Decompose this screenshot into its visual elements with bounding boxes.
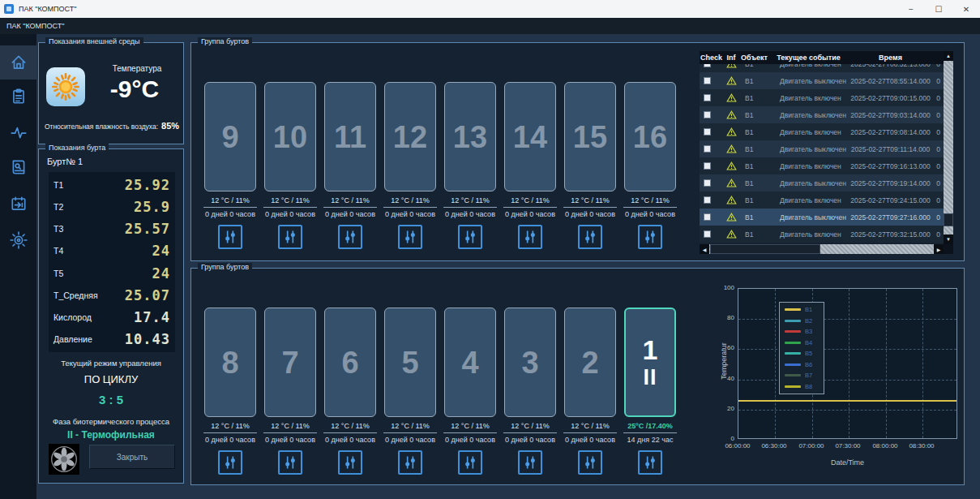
pile-card-body[interactable]: 3 — [504, 308, 556, 417]
pile-card-12: 12 12 °C / 11% 0 дней 0 часов — [383, 82, 437, 249]
card-sliders-button[interactable] — [518, 450, 542, 475]
event-row-selected[interactable]: B1Двигатель выключен2025-02-27T09:27:16.… — [700, 209, 944, 226]
pile-card-9: 9 12 °C / 11% 0 дней 0 часов — [203, 82, 257, 249]
row-checkbox[interactable] — [704, 145, 711, 153]
row-checkbox[interactable] — [704, 179, 711, 187]
event-row[interactable]: B1Двигатель включен2025-02-27T09:24:15.0… — [700, 191, 944, 209]
pile-card-body[interactable]: 5 — [384, 308, 436, 417]
event-row[interactable]: B1Двигатель включен2025-02-27T09:16:13.0… — [700, 157, 944, 174]
pile-card-body[interactable]: 11 — [324, 82, 376, 191]
reading-label: Т_Средняя — [53, 290, 98, 300]
warning-icon — [723, 93, 739, 102]
pile-card-body[interactable]: 16 — [624, 82, 676, 191]
main-content: Показания внешней среды Температура -9°C… — [36, 34, 980, 499]
event-row[interactable]: B1Двигатель включен2025-02-27T09:32:15.0… — [700, 226, 944, 243]
card-sliders-button[interactable] — [518, 225, 542, 249]
pile-card-body[interactable]: 4 — [444, 308, 496, 417]
mode-label: Текущий режим управления — [39, 359, 183, 368]
row-checkbox[interactable] — [704, 128, 711, 136]
horizontal-scroll-thumb[interactable] — [710, 244, 820, 254]
card-sliders-button[interactable] — [638, 450, 662, 475]
card-sliders-button[interactable] — [218, 225, 242, 249]
pile-card-body[interactable]: 2 — [564, 308, 616, 417]
pile-panel: Показания бурта Бурт№ 1 Т125.92 Т225.9 Т… — [38, 148, 184, 484]
sidebar-item-home[interactable] — [0, 45, 36, 80]
reading-value: 25.07 — [125, 287, 170, 303]
card-sliders-button[interactable] — [578, 450, 602, 475]
y-tick: 40 — [710, 375, 734, 382]
reading-label: Т1 — [53, 180, 63, 190]
card-duration: 0 дней 0 часов — [323, 436, 377, 444]
scroll-up-button[interactable]: ▲ — [944, 51, 953, 61]
event-row[interactable]: B1Двигатель включен2025-02-27T09:08:14.0… — [700, 123, 944, 140]
card-sliders-button[interactable] — [218, 450, 242, 475]
pile-card-body[interactable]: 7 — [264, 308, 316, 417]
card-sliders-button[interactable] — [338, 225, 362, 249]
row-checkbox[interactable] — [704, 77, 711, 84]
sidebar-item-settings[interactable] — [0, 223, 36, 257]
warning-icon — [723, 196, 739, 204]
pile-card-body-selected[interactable]: 1 II — [624, 308, 676, 417]
row-checkbox[interactable] — [704, 162, 711, 170]
x-tick: 08:30:00 — [902, 442, 941, 450]
sidebar-item-report[interactable] — [0, 80, 36, 114]
scroll-down-button[interactable]: ▼ — [944, 234, 953, 244]
y-tick: 0 — [710, 435, 734, 442]
reading-value: 24 — [152, 243, 170, 259]
warning-icon — [723, 76, 739, 85]
card-sliders-button[interactable] — [398, 225, 422, 249]
event-row[interactable]: B1Двигатель выключен2025-02-27T08:55:14.… — [700, 72, 944, 89]
event-row[interactable]: B1Двигатель выключен2025-02-27T09:11:14.… — [700, 140, 944, 157]
event-row[interactable]: B1Двигатель включен2025-02-27T08:52:13.0… — [700, 64, 944, 72]
card-sliders-button[interactable] — [458, 450, 482, 475]
pile-card-body[interactable]: 14 — [504, 82, 556, 191]
card-sliders-button[interactable] — [578, 225, 602, 249]
sidebar-item-activity[interactable] — [0, 115, 36, 149]
pile-card-body[interactable]: 10 — [264, 82, 316, 191]
legend-swatch — [785, 320, 801, 322]
vertical-scroll-thumb[interactable] — [944, 213, 953, 226]
sidebar-item-journal[interactable] — [0, 150, 36, 184]
close-button[interactable]: ✕ — [952, 0, 980, 18]
x-tick: 06:30:00 — [755, 442, 794, 450]
card-sliders-button[interactable] — [398, 450, 422, 475]
reading-label: Т4 — [53, 246, 63, 256]
card-sliders-button[interactable] — [638, 225, 662, 249]
pile-card-body[interactable]: 12 — [384, 82, 436, 191]
warning-icon — [723, 110, 739, 119]
temperature-label: Температура — [96, 64, 178, 73]
journal-search-icon — [10, 158, 28, 176]
event-row[interactable]: B1Двигатель выключен2025-02-27T09:03:14.… — [700, 106, 944, 123]
pile-card-2: 2 12 °C / 11% 0 дней 0 часов — [563, 308, 617, 475]
row-checkbox[interactable] — [704, 64, 711, 67]
row-checkbox[interactable] — [704, 196, 711, 204]
card-sliders-button[interactable] — [278, 225, 302, 249]
close-pile-button[interactable]: Закрыть — [89, 445, 175, 469]
environment-panel-title: Показания внешней среды — [45, 37, 143, 45]
card-sliders-button[interactable] — [338, 450, 362, 475]
minimize-button[interactable]: − — [897, 0, 925, 18]
row-checkbox[interactable] — [704, 111, 711, 118]
row-checkbox[interactable] — [704, 213, 711, 221]
pile-card-8: 8 12 °C / 11% 0 дней 0 часов — [203, 308, 257, 475]
pile-card-body[interactable]: 6 — [324, 308, 376, 417]
pile-card-body[interactable]: 13 — [444, 82, 496, 191]
card-sliders-button[interactable] — [458, 225, 482, 249]
row-checkbox[interactable] — [704, 230, 711, 238]
card-sliders-button[interactable] — [278, 450, 302, 475]
row-checkbox[interactable] — [704, 94, 711, 101]
reading-label: Кислород — [53, 312, 92, 322]
sidebar-item-schedule[interactable] — [0, 187, 36, 221]
window-title: ПАК "КОМПОСТ" — [19, 5, 76, 13]
pile-panel-title: Показания бурта — [45, 144, 109, 152]
scroll-left-button[interactable]: ◀ — [700, 244, 709, 254]
pile-card-body[interactable]: 15 — [564, 82, 616, 191]
event-row[interactable]: B1Двигатель выключен2025-02-27T09:19:14.… — [700, 174, 944, 191]
pile-card-body[interactable]: 9 — [204, 82, 256, 191]
pile-card-body[interactable]: 8 — [204, 308, 256, 417]
scroll-right-button[interactable]: ▶ — [934, 244, 944, 254]
maximize-button[interactable]: ☐ — [925, 0, 952, 18]
event-row[interactable]: B1Двигатель включен2025-02-27T09:00:15.0… — [700, 89, 944, 106]
legend-swatch — [785, 363, 801, 366]
legend-swatch — [785, 352, 801, 355]
